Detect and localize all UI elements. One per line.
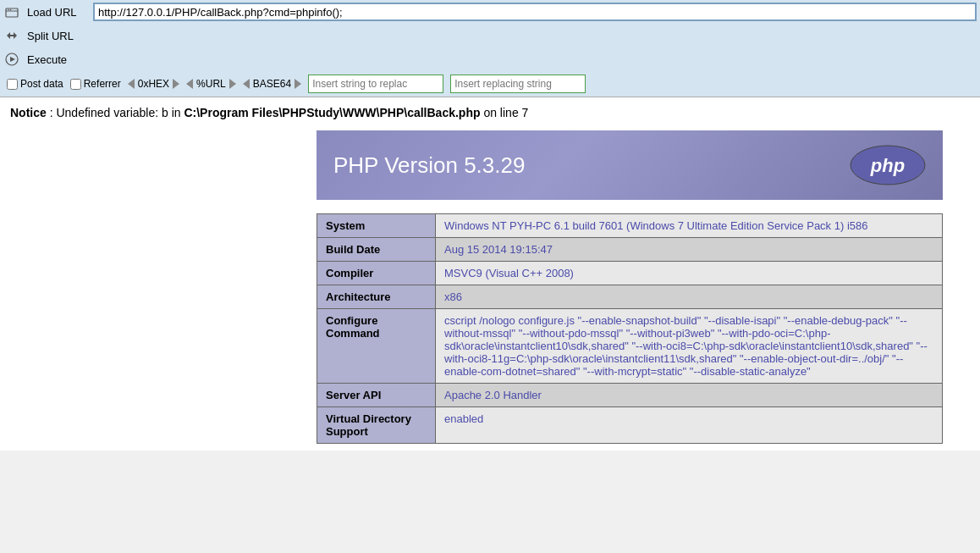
- toolbar-row-execute: Execute: [0, 47, 980, 71]
- execute-icon: [3, 51, 20, 68]
- notice-label: Notice: [10, 106, 47, 119]
- table-key-cell: System: [317, 214, 436, 238]
- table-row: CompilerMSVC9 (Visual C++ 2008): [317, 262, 943, 285]
- table-row: Configure Commandcscript /nologo configu…: [317, 309, 943, 384]
- table-val-cell: MSVC9 (Visual C++ 2008): [436, 262, 943, 285]
- base64-arrow-left: [243, 79, 250, 89]
- load-url-button[interactable]: Load URL: [24, 4, 91, 20]
- table-row: SystemWindows NT PYH-PC 6.1 build 7601 (…: [317, 214, 943, 238]
- table-val-cell: cscript /nologo configure.js "--enable-s…: [436, 309, 943, 384]
- php-info-table-wrapper: SystemWindows NT PYH-PC 6.1 build 7601 (…: [317, 213, 943, 444]
- table-row: Server APIApache 2.0 Handler: [317, 384, 943, 407]
- notice-line: Notice : Undefined variable: b in C:\Pro…: [10, 104, 970, 122]
- table-key-cell: Virtual Directory Support: [317, 407, 436, 444]
- svg-rect-0: [6, 8, 18, 17]
- table-key-cell: Configure Command: [317, 309, 436, 384]
- table-row: Architecturex86: [317, 285, 943, 309]
- svg-marker-4: [10, 57, 15, 62]
- base64-label[interactable]: BASE64: [251, 78, 293, 90]
- toolbar-row-split: Split URL: [0, 24, 980, 47]
- table-val-cell: Aug 15 2014 19:15:47: [436, 238, 943, 262]
- toolbar: Load URL Split URL Execute Post data Ref…: [0, 0, 980, 97]
- php-logo: php: [850, 144, 926, 186]
- table-row: Build DateAug 15 2014 19:15:47: [317, 238, 943, 262]
- php-info-table: SystemWindows NT PYH-PC 6.1 build 7601 (…: [317, 213, 943, 444]
- url-arrow-left: [186, 79, 193, 89]
- svg-point-1: [8, 9, 9, 11]
- referrer-checkbox-label[interactable]: Referrer: [70, 78, 121, 90]
- url-encode-group: %URL: [186, 78, 236, 90]
- split-url-button[interactable]: Split URL: [24, 28, 91, 44]
- hex-label[interactable]: 0xHEX: [136, 78, 171, 90]
- notice-path: C:\Program Files\PHPStudy\WWW\PHP\callBa…: [184, 106, 480, 119]
- base64-encode-group: BASE64: [243, 78, 301, 90]
- referrer-checkbox[interactable]: [70, 79, 81, 90]
- url-arrow-right: [229, 79, 236, 89]
- table-val-cell: x86: [436, 285, 943, 309]
- svg-point-2: [10, 9, 12, 11]
- table-key-cell: Build Date: [317, 238, 436, 262]
- table-row: Virtual Directory Supportenabled: [317, 407, 943, 444]
- hex-encode-group: 0xHEX: [128, 78, 179, 90]
- replace-string-input[interactable]: [308, 75, 443, 93]
- notice-suffix: on line 7: [483, 106, 528, 119]
- load-url-icon: [3, 3, 20, 20]
- execute-button[interactable]: Execute: [24, 52, 91, 68]
- notice-message: : Undefined variable: b in: [50, 106, 184, 119]
- hex-arrow-left: [128, 79, 135, 89]
- base64-arrow-right: [295, 79, 301, 89]
- post-data-checkbox-label[interactable]: Post data: [7, 78, 63, 90]
- toolbar-options: Post data Referrer 0xHEX %URL BASE64: [0, 71, 980, 97]
- table-val-cell: enabled: [436, 407, 943, 444]
- url-input[interactable]: [93, 3, 977, 21]
- post-data-label: Post data: [20, 78, 63, 90]
- toolbar-row-load: Load URL: [0, 0, 980, 24]
- referrer-label: Referrer: [84, 78, 121, 90]
- svg-text:php: php: [870, 155, 905, 176]
- main-content: Notice : Undefined variable: b in C:\Pro…: [0, 97, 980, 451]
- replacing-string-input[interactable]: [450, 75, 586, 93]
- table-key-cell: Architecture: [317, 285, 436, 309]
- table-val-cell: Windows NT PYH-PC 6.1 build 7601 (Window…: [436, 214, 943, 238]
- php-version-text: PHP Version 5.3.29: [333, 152, 525, 179]
- table-key-cell: Compiler: [317, 262, 436, 285]
- split-url-icon: [3, 27, 20, 44]
- post-data-checkbox[interactable]: [7, 79, 18, 90]
- table-val-cell: Apache 2.0 Handler: [436, 384, 943, 407]
- table-key-cell: Server API: [317, 384, 436, 407]
- php-header-banner: PHP Version 5.3.29 php: [317, 130, 943, 200]
- hex-arrow-right: [173, 79, 179, 89]
- url-encode-label[interactable]: %URL: [195, 78, 228, 90]
